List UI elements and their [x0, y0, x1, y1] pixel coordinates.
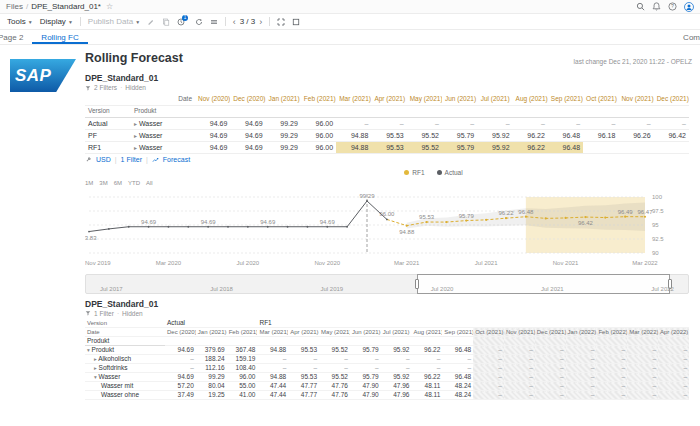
value-cell[interactable]: –: [658, 355, 689, 364]
value-cell[interactable]: 41.00: [227, 391, 258, 400]
value-cell[interactable]: 94.88: [336, 141, 371, 153]
value-cell[interactable]: 48.24: [442, 391, 473, 400]
tools-menu[interactable]: Tools▼: [7, 17, 33, 26]
value-cell[interactable]: 48.24: [442, 382, 473, 391]
month-column-header[interactable]: Jan (2022): [566, 328, 597, 337]
value-cell[interactable]: 96.42: [654, 129, 689, 141]
value-cell[interactable]: 95.79: [442, 129, 477, 141]
value-cell[interactable]: 99.29: [266, 141, 301, 153]
value-cell[interactable]: 95.52: [319, 373, 350, 382]
value-cell[interactable]: 47.77: [288, 391, 319, 400]
month-column-header[interactable]: Jun (2021): [350, 328, 381, 337]
breadcrumb-files-link[interactable]: Files: [6, 2, 23, 11]
member-cell[interactable]: Wasser ohne: [85, 391, 165, 400]
value-cell[interactable]: 96.48: [442, 346, 473, 355]
tab-page-2[interactable]: Page 2: [0, 30, 32, 44]
value-cell[interactable]: –: [535, 364, 566, 373]
legend-item-rf1[interactable]: RF1: [404, 169, 424, 176]
forecast-line-chart[interactable]: 10097.59592.59093.8394.6994.6994.6994.69…: [85, 187, 689, 271]
value-cell[interactable]: 94.69: [230, 117, 265, 129]
value-cell[interactable]: 96.26: [618, 129, 653, 141]
value-cell[interactable]: 55.00: [227, 382, 258, 391]
value-cell[interactable]: 48.11: [412, 391, 443, 400]
value-cell[interactable]: 94.88: [257, 346, 288, 355]
value-cell[interactable]: 96.48: [548, 129, 583, 141]
value-cell[interactable]: 95.92: [477, 141, 512, 153]
range-button-all[interactable]: All: [146, 180, 153, 186]
value-cell[interactable]: –: [596, 355, 627, 364]
value-cell[interactable]: 47.76: [319, 391, 350, 400]
version-cell[interactable]: Actual: [85, 117, 131, 129]
value-cell[interactable]: –: [535, 346, 566, 355]
value-cell[interactable]: –: [442, 117, 477, 129]
month-column-header[interactable]: Jun (2021): [442, 93, 477, 105]
product-column-header[interactable]: Produkt: [131, 105, 195, 117]
table2-title[interactable]: DPE_Standard_01: [85, 299, 692, 309]
table1-filters-label[interactable]: 2 Filters: [94, 84, 117, 91]
value-cell[interactable]: 99.29: [196, 373, 227, 382]
value-cell[interactable]: –: [257, 364, 288, 373]
value-cell[interactable]: –: [504, 382, 535, 391]
value-cell[interactable]: 95.52: [319, 346, 350, 355]
value-cell[interactable]: 94.88: [257, 373, 288, 382]
value-cell[interactable]: –: [535, 382, 566, 391]
value-cell[interactable]: –: [504, 346, 535, 355]
value-cell[interactable]: –: [566, 364, 597, 373]
value-cell[interactable]: 188.24: [196, 355, 227, 364]
version-cell[interactable]: PF: [85, 129, 131, 141]
product-cell[interactable]: ▸ Wasser: [131, 117, 195, 129]
version-cell[interactable]: RF1: [85, 141, 131, 153]
value-cell[interactable]: [583, 141, 618, 153]
value-cell[interactable]: [618, 141, 653, 153]
value-cell[interactable]: 96.22: [513, 141, 548, 153]
month-column-header[interactable]: Oct (2021): [473, 328, 504, 337]
range-button-ytd[interactable]: YTD: [128, 180, 140, 186]
value-cell[interactable]: –: [319, 364, 350, 373]
value-cell[interactable]: 96.18: [583, 129, 618, 141]
month-column-header[interactable]: Aug (2021): [513, 93, 548, 105]
help-icon[interactable]: ?: [668, 2, 677, 11]
value-cell[interactable]: –: [473, 355, 504, 364]
member-cell[interactable]: Wasser mit: [85, 382, 165, 391]
value-cell[interactable]: –: [381, 355, 412, 364]
value-cell[interactable]: –: [504, 364, 535, 373]
value-cell[interactable]: –: [350, 364, 381, 373]
value-cell[interactable]: –: [442, 355, 473, 364]
value-cell[interactable]: –: [627, 391, 658, 400]
value-cell[interactable]: –: [412, 364, 443, 373]
value-cell[interactable]: –: [473, 364, 504, 373]
value-cell[interactable]: –: [658, 364, 689, 373]
value-cell[interactable]: –: [566, 373, 597, 382]
value-cell[interactable]: 112.16: [196, 364, 227, 373]
value-cell[interactable]: 94.69: [195, 141, 230, 153]
value-cell[interactable]: 94.69: [195, 117, 230, 129]
value-cell[interactable]: 95.53: [288, 373, 319, 382]
table2-filters-label[interactable]: 1 Filter: [94, 310, 114, 317]
month-column-header[interactable]: Sep (2021): [548, 93, 583, 105]
value-cell[interactable]: 95.79: [350, 373, 381, 382]
value-cell[interactable]: –: [658, 373, 689, 382]
month-column-header[interactable]: Dec (2020): [230, 93, 265, 105]
table1-title[interactable]: DPE_Standard_01: [85, 73, 692, 83]
value-cell[interactable]: –: [513, 117, 548, 129]
value-cell[interactable]: –: [596, 382, 627, 391]
filter-link[interactable]: 1 Filter: [121, 156, 142, 163]
value-cell[interactable]: –: [473, 382, 504, 391]
table2-hidden-label[interactable]: Hidden: [122, 310, 143, 317]
value-cell[interactable]: 95.79: [442, 141, 477, 153]
product-cell[interactable]: ▸ Wasser: [131, 129, 195, 141]
value-cell[interactable]: –: [473, 373, 504, 382]
value-cell[interactable]: 48.11: [412, 382, 443, 391]
month-column-header[interactable]: Jan (2021): [266, 93, 301, 105]
table1-hidden-label[interactable]: Hidden: [125, 84, 146, 91]
value-cell[interactable]: –: [566, 391, 597, 400]
value-cell[interactable]: –: [658, 382, 689, 391]
value-cell[interactable]: –: [566, 346, 597, 355]
value-cell[interactable]: –: [566, 382, 597, 391]
value-cell[interactable]: –: [627, 346, 658, 355]
product-dimension-header[interactable]: Produkt: [85, 337, 165, 346]
value-cell[interactable]: 379.69: [196, 346, 227, 355]
value-cell[interactable]: 96.48: [548, 141, 583, 153]
value-cell[interactable]: –: [627, 382, 658, 391]
value-cell[interactable]: 108.40: [227, 364, 258, 373]
